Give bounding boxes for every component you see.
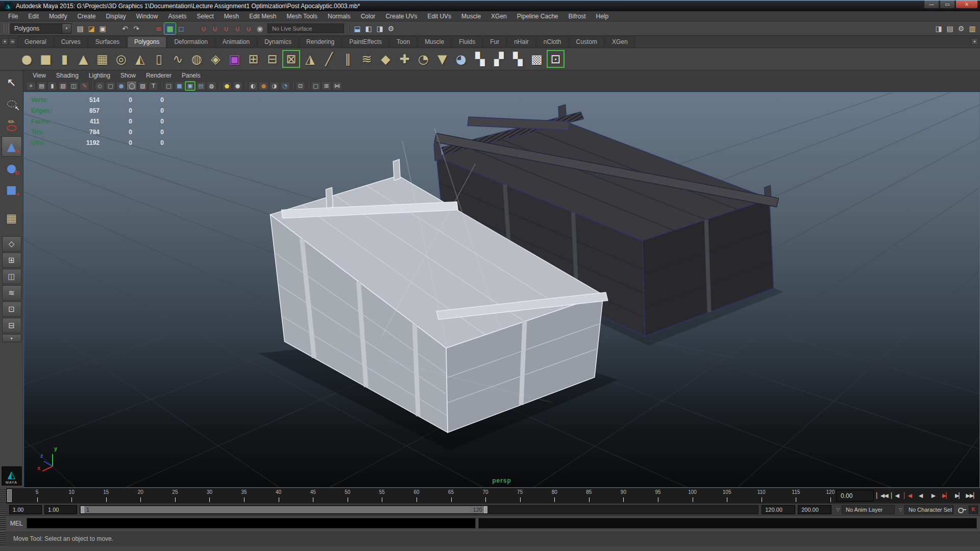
selection-mode-dropdown[interactable]: Polygons ▾ [10, 23, 71, 34]
uv-planar-mapping-icon[interactable]: ▚ [471, 49, 489, 68]
uv-automatic-mapping-icon[interactable]: ▩ [527, 49, 546, 68]
poly-cube-icon[interactable]: ■ [36, 49, 55, 68]
uv-spherical-mapping-icon[interactable]: ▚ [508, 49, 527, 68]
menu-item[interactable]: Modify [44, 12, 72, 21]
connections-icon[interactable]: ⋈ [332, 82, 342, 90]
shelf-tab[interactable]: Polygons [127, 36, 166, 47]
panel-menu-item[interactable]: Lighting [84, 71, 115, 80]
render-view-icon[interactable]: ⬓ [352, 23, 363, 34]
field-chart-icon[interactable]: ◯ [127, 82, 137, 90]
separator[interactable] [306, 82, 310, 90]
viewport-canvas[interactable]: Verts: 514 0 0 Edges: 857 0 0 Faces: [23, 92, 980, 488]
separator[interactable] [142, 23, 153, 34]
shelf-tab[interactable]: Fur [483, 36, 506, 47]
attribute-editor-toggle-icon[interactable]: ▤ [944, 23, 955, 34]
new-scene-icon[interactable]: ▤ [75, 23, 86, 34]
wedge-icon[interactable]: ◔ [414, 49, 433, 68]
separator[interactable] [187, 23, 198, 34]
frame-tick[interactable]: 120 [799, 488, 834, 503]
poly-helix-icon[interactable]: ∿ [168, 49, 187, 68]
menu-item[interactable]: Bifrost [564, 12, 591, 21]
range-end-handle[interactable] [484, 506, 487, 513]
move-tool-button[interactable]: ▲↘ [2, 136, 22, 157]
frame-tick[interactable]: 80 [524, 488, 558, 503]
undo-icon[interactable]: ↶ [119, 23, 131, 34]
shelf-tab[interactable]: General [17, 36, 54, 47]
two-panes-icon[interactable]: ◫ [69, 82, 79, 90]
motion-blur-icon[interactable]: ◑ [270, 82, 279, 90]
menu-item[interactable]: Assets [163, 12, 191, 21]
live-surface-field[interactable]: No Live Surface [267, 23, 344, 33]
frame-tick[interactable]: 45 [282, 488, 317, 503]
frame-tick[interactable]: 5 [6, 488, 41, 503]
uv-editor-icon[interactable]: ⊡ [546, 49, 565, 68]
separator[interactable] [159, 82, 163, 90]
go-to-end-button[interactable]: ▶▶▏ [965, 490, 978, 502]
command-line-grip[interactable] [0, 516, 6, 531]
layout-persp-graph-button[interactable]: ≋ [2, 285, 21, 300]
poly-plane-icon[interactable]: ▦ [93, 49, 112, 68]
select-hierarchy-icon[interactable]: ≡ [153, 23, 164, 34]
frame-tick[interactable]: 30 [179, 488, 213, 503]
frame-tick[interactable]: 85 [558, 488, 593, 503]
image-plane-icon[interactable]: ▧ [58, 82, 68, 90]
use-default-material-icon[interactable]: ◍ [207, 82, 216, 90]
shadows-icon[interactable]: ◐ [248, 82, 258, 90]
textured-icon[interactable]: ▤ [196, 82, 206, 90]
split-polygon-icon[interactable]: ╱ [320, 49, 338, 68]
frame-tick[interactable]: 70 [455, 488, 489, 503]
menu-item[interactable]: Pipeline Cache [512, 12, 564, 21]
sculpt-geometry-icon[interactable]: ▣ [225, 49, 244, 68]
separator[interactable] [90, 82, 94, 90]
film-gate-icon[interactable]: ◇ [95, 82, 105, 90]
animation-start-field[interactable]: 1.00 [9, 505, 42, 514]
menu-item[interactable]: Display [101, 12, 131, 21]
snap-to-grid-icon[interactable]: ∪ [198, 23, 209, 34]
shelf-tab[interactable]: Surfaces [88, 36, 127, 47]
menu-item[interactable]: Mesh Tools [282, 12, 323, 21]
scene-cube-icon[interactable]: ▢ [311, 82, 321, 90]
select-component-icon[interactable]: ◻ [176, 23, 187, 34]
snap-to-curve-icon[interactable]: ∪ [209, 23, 220, 34]
range-slider-grip[interactable] [0, 504, 6, 515]
layout-persp-outliner-graph-button[interactable]: ⊟ [2, 318, 21, 333]
layout-single-pane-button[interactable]: ◇ [2, 236, 21, 252]
render-current-frame-icon[interactable]: ◧ [363, 23, 374, 34]
set-key-icon[interactable] [958, 507, 966, 512]
panel-menu-item[interactable]: View [28, 71, 51, 80]
layout-four-pane-button[interactable]: ⊞ [2, 253, 21, 268]
menu-item[interactable]: Help [591, 12, 614, 21]
chevron-down-icon[interactable]: ▾ [62, 24, 71, 33]
multisample-icon[interactable]: ◔ [280, 82, 290, 90]
range-start-handle[interactable] [81, 506, 84, 513]
separator[interactable] [108, 23, 119, 34]
menu-item[interactable]: Edit UVs [422, 12, 456, 21]
shelf-tab[interactable]: Animation [215, 36, 257, 47]
select-tool-button[interactable]: ↖ [2, 72, 22, 92]
poly-soccer-ball-icon[interactable]: ◍ [187, 49, 206, 68]
shelf-tab[interactable]: Custom [569, 36, 604, 47]
step-back-key-button[interactable]: ▏◀ [901, 490, 914, 502]
frame-tick[interactable]: 110 [730, 488, 765, 503]
panel-menu-item[interactable]: Panels [177, 71, 206, 80]
all-lights-icon[interactable]: ● [233, 82, 242, 90]
open-scene-icon[interactable]: ◪ [86, 23, 97, 34]
rotate-tool-button[interactable]: ●↻ [2, 158, 22, 178]
shelf-menu-button[interactable]: ≡ [9, 38, 16, 45]
panel-menu-item[interactable]: Renderer [141, 71, 177, 80]
menu-item[interactable]: Select [191, 12, 218, 21]
animation-end-field[interactable]: 200.00 [798, 505, 831, 514]
poly-pyramid-icon[interactable]: ◭ [131, 49, 150, 68]
safe-action-icon[interactable]: ▨ [138, 82, 148, 90]
frame-tick[interactable]: 50 [316, 488, 351, 503]
frame-tick[interactable]: 60 [385, 488, 420, 503]
lasso-tool-button[interactable]: ↖ [2, 93, 22, 114]
close-button[interactable]: × [955, 1, 978, 9]
frame-tick[interactable]: 55 [351, 488, 386, 503]
help-line-grip[interactable] [0, 531, 6, 546]
poly-pipe-icon[interactable]: ▯ [150, 49, 168, 68]
maximize-button[interactable]: ▭ [940, 1, 955, 9]
select-object-icon[interactable]: ▦ [164, 23, 176, 34]
append-polygon-icon[interactable]: ◮ [301, 49, 320, 68]
auto-keyframe-toggle[interactable]: K [969, 506, 978, 514]
